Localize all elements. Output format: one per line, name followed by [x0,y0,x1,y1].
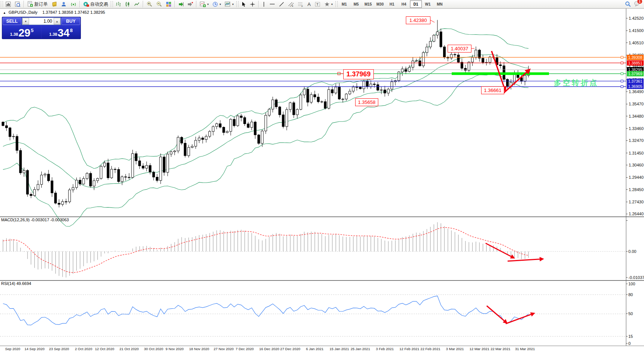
text-tool-button[interactable]: A [306,0,313,8]
toolbar-grip[interactable] [335,1,338,7]
candle [222,127,225,132]
candle [152,172,155,177]
candle [275,100,277,107]
market-watch-button[interactable] [59,0,69,8]
toolbar-grip[interactable] [111,1,113,7]
candle [338,87,340,99]
vertical-line-tool-button[interactable] [260,0,268,8]
candlestick-mode-icon [125,1,130,7]
candle [285,110,288,127]
timeframe-d1[interactable]: D1 [410,0,422,8]
toolbar-separator [23,1,24,7]
candle [464,68,467,70]
equidistant-channel-icon: E [288,1,294,7]
candle [177,137,179,151]
dropdown-arrow-icon: ▾ [331,3,333,6]
dropdown-arrow-icon: ▾ [232,3,234,6]
candle [51,181,53,193]
sell-button[interactable]: SELL [3,18,21,25]
candle [244,118,246,124]
timeframe-h1[interactable]: H1 [386,0,398,8]
auto-trading-button[interactable]: 自动交易 [81,0,110,8]
fibonacci-tool-button[interactable]: F [296,0,306,8]
ask-price[interactable]: 1.38 34 8 [42,26,80,38]
zoom-out-button[interactable] [154,0,164,8]
templates-button[interactable]: ▾ [223,0,236,8]
price-axis: 1.425201.415001.405101.394901.385001.374… [626,16,644,216]
svg-text:100: 100 [628,282,635,286]
candles[interactable] [2,20,530,207]
shapes-tool-button[interactable]: ▾ [322,0,335,8]
auto-scroll-button[interactable] [176,0,186,8]
new-order-button[interactable]: 新订单 [25,0,50,8]
signals-button[interactable] [69,0,78,8]
volume-input[interactable] [29,18,54,25]
candle [191,146,193,148]
timeframe-mn[interactable]: MN [434,0,446,8]
rsi-line[interactable] [3,296,528,325]
candle [124,177,127,177]
line-chart-mode-button[interactable] [132,0,142,8]
volume-decrease-button[interactable]: ▼ [22,18,29,25]
buy-button[interactable]: BUY [61,18,80,25]
new-chart-button[interactable] [4,0,13,8]
profiles-button[interactable] [13,0,22,8]
chart-shift-button[interactable] [186,0,195,8]
svg-text:1.38500: 1.38500 [629,65,644,69]
candle [454,54,456,55]
metaeditor-button[interactable] [50,0,59,8]
horizontal-line-tool-button[interactable] [268,0,277,8]
cursor-tool-button[interactable] [239,0,248,8]
timeframe-m15[interactable]: M15 [362,0,374,8]
notifications-button[interactable]: 1 [634,1,640,7]
macd-histogram[interactable] [3,222,528,278]
bar-chart-mode-button[interactable] [114,0,123,8]
toolbar-grip[interactable] [1,1,3,7]
candle [293,103,295,115]
timeframe-m1[interactable]: M1 [338,0,350,8]
tile-windows-button[interactable] [164,0,173,8]
channel-tool-button[interactable]: E [286,0,296,8]
candle [240,116,242,118]
timeframe-m5[interactable]: M5 [350,0,362,8]
trendline-tool-button[interactable] [277,0,286,8]
candle [359,87,362,89]
candle [26,170,29,194]
svg-text:1.42520: 1.42520 [629,16,644,20]
chart-title: ▲ GBPUSD-,Daily 1.37847 1.38358 1.37452 … [3,10,105,15]
main-toolbar: 新订单 自动交易 ▾ ▾ [0,0,644,9]
candle [132,153,134,177]
zoom-in-button[interactable] [145,0,154,8]
bid-price[interactable]: 1.38 29 5 [3,26,41,38]
chart-canvas[interactable]: 1.425201.415001.405101.394901.385001.374… [0,0,644,352]
candle [110,169,113,178]
candle [180,137,183,143]
zoom-in-icon [146,1,152,7]
candle [97,178,99,181]
svg-text:80: 80 [628,292,633,297]
level-lines[interactable] [0,56,626,88]
candle [324,102,326,108]
timeframe-w1[interactable]: W1 [422,0,434,8]
auto-scroll-icon [178,1,184,7]
toolbar-grip[interactable] [236,1,239,7]
candle [184,143,186,156]
candle [121,177,123,181]
candlestick-mode-button[interactable] [123,0,132,8]
periods-button[interactable]: ▾ [211,0,223,8]
timeframe-m30[interactable]: M30 [374,0,386,8]
crosshair-tool-button[interactable] [248,0,257,8]
timeframe-h4[interactable]: H4 [398,0,410,8]
indicators-button[interactable]: ▾ [198,0,211,8]
profiles-icon [15,1,20,7]
svg-text:1.26440: 1.26440 [629,212,644,216]
candle [205,136,207,139]
candle [443,47,445,57]
label-tool-button[interactable]: T [313,0,322,8]
candle [363,81,365,89]
search-icon[interactable] [625,1,631,7]
volume-increase-button[interactable]: ▲ [54,18,60,25]
candle [163,157,165,172]
trend-arrow[interactable] [487,306,508,324]
volume-stepper: ▼ ▲ [22,18,61,25]
